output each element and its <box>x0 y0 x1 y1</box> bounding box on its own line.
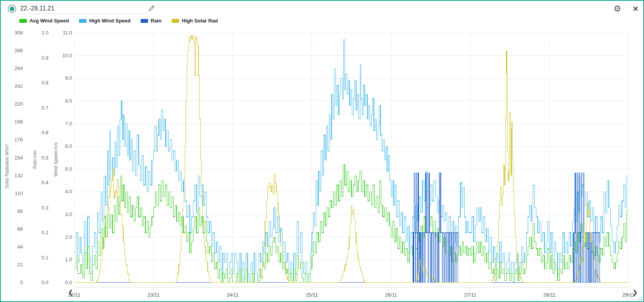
y-tick-label-rain: 0.0 <box>30 280 48 286</box>
record-dot-icon <box>10 7 14 11</box>
legend-swatch-icon <box>19 19 27 23</box>
legend-swatch-icon <box>79 19 86 23</box>
legend-label: High Solar Rad <box>182 18 218 24</box>
x-tick <box>312 287 312 290</box>
x-tick <box>391 287 391 290</box>
x-tick <box>74 287 75 290</box>
y-tick-label-wind: 9.0 <box>53 75 72 81</box>
prev-period-button[interactable]: ❮ <box>67 288 74 296</box>
legend-swatch-icon <box>141 19 148 23</box>
record-ring-icon <box>8 5 16 13</box>
series-avg-wind-speed <box>74 165 629 283</box>
settings-gear-icon[interactable]: ⚙ <box>612 3 622 14</box>
y-tick-label-wind: 0.0 <box>53 280 72 286</box>
legend: Avg Wind SpeedHigh Wind SpeedRainHigh So… <box>19 18 218 24</box>
plot-area[interactable] <box>74 33 629 283</box>
weather-widget: ⚙ ✕ Avg Wind SpeedHigh Wind SpeedRainHig… <box>0 0 644 302</box>
x-tick <box>629 287 629 290</box>
y-tick-label-rain: 0.8 <box>30 80 48 86</box>
series-high-solar-rad <box>74 35 629 283</box>
x-tick-label: 22/11 <box>62 292 87 298</box>
x-tick-label: 26/11 <box>379 292 403 298</box>
y-tick-label-solar: 308 <box>4 30 23 36</box>
close-icon[interactable]: ✕ <box>631 4 640 14</box>
legend-item-high-wind-speed[interactable]: High Wind Speed <box>79 18 131 24</box>
x-tick-label: 28/11 <box>537 292 562 298</box>
legend-item-rain[interactable]: Rain <box>141 18 162 24</box>
legend-item-avg-wind-speed[interactable]: Avg Wind Speed <box>19 18 69 24</box>
y-tick-label-rain: 0.2 <box>30 230 48 236</box>
y-tick-label-solar: 44 <box>4 244 23 250</box>
x-tick-label: 23/11 <box>141 292 166 298</box>
y-axis-title-wind: Wind Speed m/s <box>53 101 59 218</box>
y-tick-label-solar: 242 <box>4 83 23 89</box>
next-period-button[interactable]: ❯ <box>632 288 638 296</box>
y-tick-label-wind: 10.0 <box>53 53 72 59</box>
x-tick <box>549 287 550 290</box>
y-tick-label-solar: 286 <box>4 48 23 54</box>
x-tick-label: 25/11 <box>300 292 324 298</box>
x-tick-label: 24/11 <box>220 292 245 298</box>
legend-label: Avg Wind Speed <box>29 18 69 24</box>
legend-item-high-solar-rad[interactable]: High Solar Rad <box>172 18 218 24</box>
y-tick-label-solar: 264 <box>4 65 23 72</box>
x-tick <box>153 287 154 290</box>
y-tick-label-solar: 22 <box>4 262 23 268</box>
y-tick-label-rain: 0.1 <box>30 255 48 261</box>
date-range-input[interactable] <box>19 3 146 14</box>
series-high-wind-speed <box>74 40 629 283</box>
y-tick-label-solar: 0 <box>4 280 23 286</box>
y-tick-label-wind: 1.0 <box>53 257 72 263</box>
legend-swatch-icon <box>172 19 179 23</box>
x-tick <box>470 287 470 290</box>
x-tick-label: 27/11 <box>458 292 482 298</box>
y-tick-label-solar: 220 <box>4 101 23 107</box>
edit-pencil-icon[interactable] <box>148 5 155 12</box>
y-tick-label-wind: 11.0 <box>53 30 72 36</box>
y-tick-label-rain: 1.0 <box>30 30 48 36</box>
legend-label: Rain <box>151 18 162 24</box>
y-tick-label-rain: 0.9 <box>30 55 48 61</box>
y-axis-title-solar: Solar Radiation W/m² <box>4 108 10 225</box>
y-axis-title-rain: Rain mm <box>32 101 38 218</box>
legend-label: High Wind Speed <box>89 18 131 24</box>
y-tick-label-solar: 66 <box>4 226 23 232</box>
y-tick-label-wind: 2.0 <box>53 234 72 240</box>
x-tick <box>233 287 233 290</box>
x-axis-line <box>74 287 629 287</box>
